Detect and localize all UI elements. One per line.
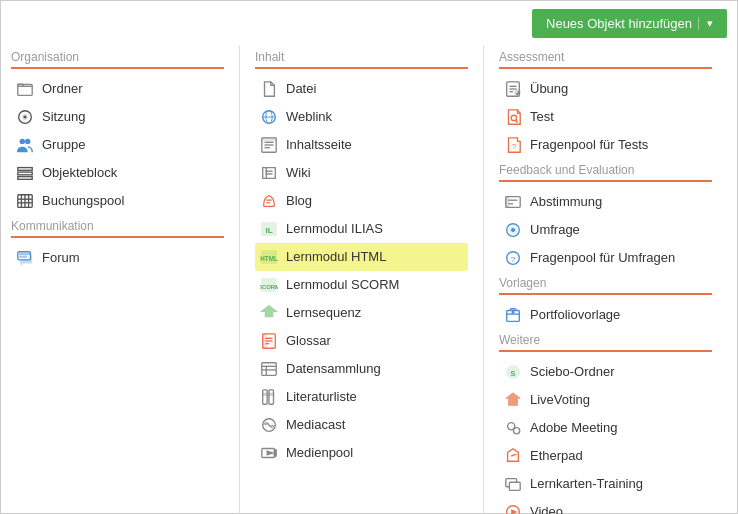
- section-header-assessment: Assessment: [499, 50, 712, 69]
- sciebo-icon: S: [503, 362, 523, 382]
- section-header-feedback: Feedback und Evaluation: [499, 163, 712, 182]
- menu-item-lmscorm[interactable]: SCORM Lernmodul SCORM: [255, 271, 468, 299]
- menu-item-adobe[interactable]: Adobe Meeting: [499, 414, 712, 442]
- menu-item-objekteblock[interactable]: Objekteblock: [11, 159, 224, 187]
- svg-point-4: [20, 139, 25, 144]
- svg-rect-48: [269, 390, 274, 404]
- menu-item-literaturliste[interactable]: Literaturliste: [255, 383, 468, 411]
- umfrage-label: Umfrage: [530, 221, 580, 239]
- svg-rect-49: [263, 393, 268, 395]
- menu-item-livevoting[interactable]: LiveVoting: [499, 386, 712, 414]
- livevoting-icon: [503, 390, 523, 410]
- new-object-button[interactable]: Neues Objekt hinzufügen ▾: [532, 9, 727, 38]
- test-icon: [503, 107, 523, 127]
- umfrage-icon: [503, 220, 523, 240]
- svg-rect-47: [263, 390, 268, 404]
- menu-columns: Organisation Ordner: [1, 46, 737, 514]
- forum-label: Forum: [42, 249, 80, 267]
- fragenumfrage-label: Fragenpool für Umfragen: [530, 249, 675, 267]
- lernsequenz-label: Lernsequenz: [286, 304, 361, 322]
- section-header-weitere: Weitere: [499, 333, 712, 352]
- menu-item-gruppe[interactable]: Gruppe: [11, 131, 224, 159]
- buchungspool-icon: [15, 191, 35, 211]
- test-label: Test: [530, 108, 554, 126]
- menu-item-umfrage[interactable]: Umfrage: [499, 216, 712, 244]
- svg-text:IL: IL: [265, 226, 272, 235]
- svg-marker-53: [267, 451, 272, 455]
- menu-item-blog[interactable]: Blog: [255, 187, 468, 215]
- svg-rect-8: [18, 177, 32, 180]
- inhaltsseite-label: Inhaltsseite: [286, 136, 352, 154]
- menu-item-inhaltsseite[interactable]: Inhaltsseite: [255, 131, 468, 159]
- menu-item-portfolio[interactable]: Portfoliovorlage: [499, 301, 712, 329]
- menu-item-datensammlung[interactable]: Datensammlung: [255, 355, 468, 383]
- top-bar: Neues Objekt hinzufügen ▾: [1, 1, 737, 46]
- weblink-icon: [259, 107, 279, 127]
- wiki-label: Wiki: [286, 164, 311, 182]
- menu-item-sciebo[interactable]: S Sciebo-Ordner: [499, 358, 712, 386]
- menu-item-etherpad[interactable]: Etherpad: [499, 442, 712, 470]
- col-assessment: Assessment ✓ Übung: [499, 46, 727, 514]
- svg-marker-83: [511, 509, 517, 514]
- datei-icon: [259, 79, 279, 99]
- menu-item-buchungspool[interactable]: Buchungspool: [11, 187, 224, 215]
- menu-item-glossar[interactable]: Glossar: [255, 327, 468, 355]
- svg-rect-16: [20, 254, 31, 255]
- adobe-icon: [503, 418, 523, 438]
- menu-item-video[interactable]: Video: [499, 498, 712, 514]
- abstimmung-label: Abstimmung: [530, 193, 602, 211]
- lmhtml-icon: HTML: [259, 247, 279, 267]
- menu-item-fragenumfrage[interactable]: ? Fragenpool für Umfragen: [499, 244, 712, 272]
- glossar-label: Glossar: [286, 332, 331, 350]
- svg-text:?: ?: [512, 142, 517, 151]
- datensammlung-label: Datensammlung: [286, 360, 381, 378]
- svg-rect-6: [18, 168, 32, 171]
- svg-point-5: [25, 139, 30, 144]
- menu-item-datei[interactable]: Datei: [255, 75, 468, 103]
- svg-point-69: [512, 229, 515, 232]
- svg-text:✓: ✓: [516, 91, 520, 96]
- svg-rect-43: [262, 363, 276, 376]
- ubung-icon: ✓: [503, 79, 523, 99]
- svg-point-61: [511, 115, 516, 120]
- menu-item-lernkarten[interactable]: Lernkarten-Training: [499, 470, 712, 498]
- video-label: Video: [530, 503, 563, 514]
- medienpool-label: Medienpool: [286, 444, 353, 462]
- menu-item-medienpool[interactable]: Medienpool: [255, 439, 468, 467]
- etherpad-icon: [503, 446, 523, 466]
- weblink-label: Weblink: [286, 108, 332, 126]
- menu-item-lmhtml[interactable]: HTML Lernmodul HTML: [255, 243, 468, 271]
- menu-item-abstimmung[interactable]: Abstimmung: [499, 188, 712, 216]
- menu-item-lernsequenz[interactable]: Lernsequenz: [255, 299, 468, 327]
- menu-item-ordner[interactable]: Ordner: [11, 75, 224, 103]
- forum-icon: [15, 248, 35, 268]
- etherpad-label: Etherpad: [530, 447, 583, 465]
- svg-text:S: S: [511, 369, 516, 378]
- menu-item-ubung[interactable]: ✓ Übung: [499, 75, 712, 103]
- svg-text:SCORM: SCORM: [260, 284, 278, 290]
- menu-item-forum[interactable]: Forum: [11, 244, 224, 272]
- menu-item-sitzung[interactable]: Sitzung: [11, 103, 224, 131]
- menu-item-fragentest[interactable]: ? Fragenpool für Tests: [499, 131, 712, 159]
- sitzung-label: Sitzung: [42, 108, 85, 126]
- svg-text:?: ?: [511, 255, 516, 264]
- portfolio-icon: [503, 305, 523, 325]
- menu-item-lmilias[interactable]: IL Lernmodul ILIAS: [255, 215, 468, 243]
- menu-item-wiki[interactable]: Wiki: [255, 159, 468, 187]
- lmilias-icon: IL: [259, 219, 279, 239]
- objekteblock-label: Objekteblock: [42, 164, 117, 182]
- objekteblock-icon: [15, 163, 35, 183]
- literaturliste-icon: [259, 387, 279, 407]
- menu-item-test[interactable]: Test: [499, 103, 712, 131]
- ubung-label: Übung: [530, 80, 568, 98]
- blog-label: Blog: [286, 192, 312, 210]
- menu-item-weblink[interactable]: Weblink: [255, 103, 468, 131]
- svg-point-74: [512, 311, 514, 313]
- abstimmung-icon: [503, 192, 523, 212]
- menu-item-mediacast[interactable]: Mediacast: [255, 411, 468, 439]
- fragenumfrage-icon: ?: [503, 248, 523, 268]
- svg-rect-7: [18, 172, 32, 175]
- fragentest-icon: ?: [503, 135, 523, 155]
- lmscorm-label: Lernmodul SCORM: [286, 276, 399, 294]
- svg-text:HTML: HTML: [260, 255, 278, 262]
